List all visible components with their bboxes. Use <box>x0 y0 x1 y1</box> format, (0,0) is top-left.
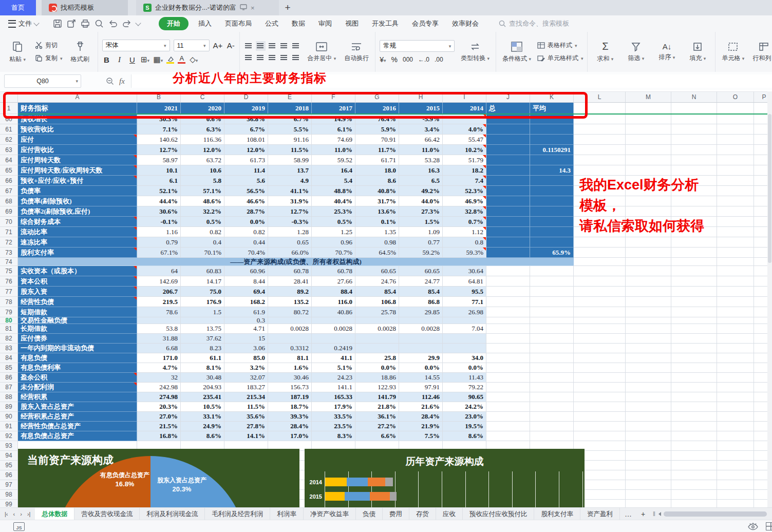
value-cell[interactable]: 122.93 <box>355 383 399 392</box>
value-cell[interactable]: 52.3% <box>443 186 486 196</box>
value-cell[interactable]: 29.9 <box>399 353 443 363</box>
fill-color-button[interactable] <box>166 56 174 64</box>
cell[interactable] <box>717 145 754 155</box>
value-cell[interactable]: -0.1% <box>137 217 181 227</box>
cell[interactable] <box>530 334 574 344</box>
value-cell[interactable]: 8.3% <box>312 431 355 441</box>
alignment-buttons[interactable] <box>244 41 301 63</box>
value-cell[interactable]: 32.2% <box>181 206 224 217</box>
cell[interactable] <box>626 441 671 451</box>
conditional-format-button[interactable]: 条件格式 ▾ <box>500 40 533 64</box>
filter-button[interactable]: 筛选 ▾ <box>623 41 649 64</box>
sheet-tab-9[interactable]: 应收 <box>436 508 463 520</box>
value-cell[interactable] <box>399 317 443 324</box>
value-cell[interactable]: 36.1% <box>355 412 399 422</box>
value-cell[interactable]: 27.2% <box>355 422 399 431</box>
value-cell[interactable]: 0.0% <box>224 217 268 227</box>
value-cell[interactable]: 5.5% <box>268 124 312 135</box>
row-number[interactable]: 67 <box>0 186 18 196</box>
cell[interactable] <box>626 165 671 176</box>
cell[interactable] <box>717 266 754 276</box>
value-cell[interactable]: 6.6% <box>355 431 399 441</box>
row-label-cell[interactable]: 一年内到期的非流动负债 <box>18 344 137 353</box>
value-cell[interactable]: 3.2% <box>224 363 268 373</box>
cell[interactable] <box>530 276 574 287</box>
menu-item-3[interactable]: 公式 <box>258 17 285 30</box>
paste-button[interactable]: 粘贴 ▾ <box>4 40 31 65</box>
value-cell[interactable]: 0.5% <box>312 217 355 227</box>
merge-center-button[interactable]: 合并居中 ▾ <box>305 41 338 64</box>
value-cell[interactable]: 0.0028 <box>312 324 355 334</box>
row-number[interactable]: 75 <box>0 266 18 276</box>
value-cell[interactable]: 135.2 <box>268 297 312 307</box>
row-label-cell[interactable]: 经营积累占总资产 <box>18 412 137 422</box>
font-name-select[interactable]: 宋体▾ <box>102 40 170 51</box>
cell[interactable] <box>626 124 671 135</box>
value-cell[interactable]: 6.7% <box>224 124 268 135</box>
value-cell[interactable]: 142.69 <box>137 276 181 287</box>
cell[interactable] <box>486 383 530 392</box>
value-cell[interactable] <box>443 344 486 353</box>
value-cell[interactable]: 57.1% <box>181 186 224 196</box>
close-tab-icon[interactable]: × <box>251 4 255 12</box>
row-number[interactable]: 89 <box>0 402 18 412</box>
cell[interactable] <box>530 307 574 317</box>
column-header-N[interactable]: N <box>671 91 717 103</box>
value-cell[interactable] <box>312 317 355 324</box>
value-cell[interactable]: 10.2% <box>443 145 486 155</box>
value-cell[interactable]: 59.52 <box>312 155 355 165</box>
value-cell[interactable]: 4.7% <box>137 363 181 373</box>
cell[interactable] <box>574 383 626 392</box>
sum-button[interactable]: Σ 求和 ▾ <box>592 40 618 64</box>
value-cell[interactable]: 80.72 <box>268 307 312 317</box>
value-cell[interactable]: 141.1 <box>312 383 355 392</box>
value-cell[interactable]: 30.6% <box>137 206 181 217</box>
row-label-cell[interactable]: 应付营收比 <box>18 145 137 155</box>
value-cell[interactable]: 4.71 <box>224 324 268 334</box>
value-cell[interactable]: 48.6% <box>181 196 224 206</box>
cell[interactable] <box>717 451 754 461</box>
row-label-cell[interactable]: 股东入资占总资产 <box>18 402 137 412</box>
value-cell[interactable]: 204.93 <box>181 383 224 392</box>
cell[interactable] <box>486 334 530 344</box>
total-cell[interactable] <box>486 145 530 155</box>
next-sheet-button[interactable]: › <box>18 511 24 517</box>
cell[interactable] <box>530 363 574 373</box>
row-number[interactable]: 74 <box>0 258 18 266</box>
cell[interactable] <box>671 297 717 307</box>
cell[interactable] <box>671 307 717 317</box>
value-cell[interactable]: 10.5% <box>181 402 224 412</box>
value-cell[interactable]: 1.35 <box>355 227 399 237</box>
row-label-cell[interactable]: 股利支付率 <box>18 248 137 258</box>
sheet-tab-8[interactable]: 存货 <box>409 508 436 520</box>
cell[interactable] <box>671 392 717 402</box>
cell[interactable] <box>717 461 754 470</box>
value-cell[interactable]: 59.3% <box>443 248 486 258</box>
cell[interactable] <box>574 373 626 383</box>
value-cell[interactable]: 17.9% <box>312 402 355 412</box>
cell[interactable] <box>626 412 671 422</box>
row-label-cell[interactable]: 综合财务成本 <box>18 217 137 227</box>
value-cell[interactable]: 40.8% <box>355 186 399 196</box>
cell[interactable] <box>574 155 626 165</box>
row-label-cell[interactable]: 速冻比率 <box>18 237 137 248</box>
value-cell[interactable]: 11.7% <box>355 145 399 155</box>
value-cell[interactable] <box>355 344 399 353</box>
cell[interactable] <box>486 402 530 412</box>
cell[interactable] <box>717 422 754 431</box>
cell[interactable] <box>486 324 530 334</box>
value-cell[interactable]: 23.0% <box>443 412 486 422</box>
cell[interactable] <box>717 470 754 480</box>
value-cell[interactable]: 31.7% <box>355 196 399 206</box>
value-cell[interactable]: 74.69 <box>312 135 355 145</box>
cell[interactable] <box>486 373 530 383</box>
value-cell[interactable]: 18.0 <box>355 165 399 176</box>
cell[interactable] <box>530 297 574 307</box>
row-number[interactable]: 82 <box>0 334 18 344</box>
cell[interactable] <box>671 248 717 258</box>
name-box[interactable]: Q80▾ <box>4 74 81 88</box>
value-cell[interactable]: 5.1% <box>312 363 355 373</box>
value-cell[interactable]: 235.41 <box>181 392 224 402</box>
cell[interactable] <box>671 165 717 176</box>
value-cell[interactable] <box>355 334 399 344</box>
